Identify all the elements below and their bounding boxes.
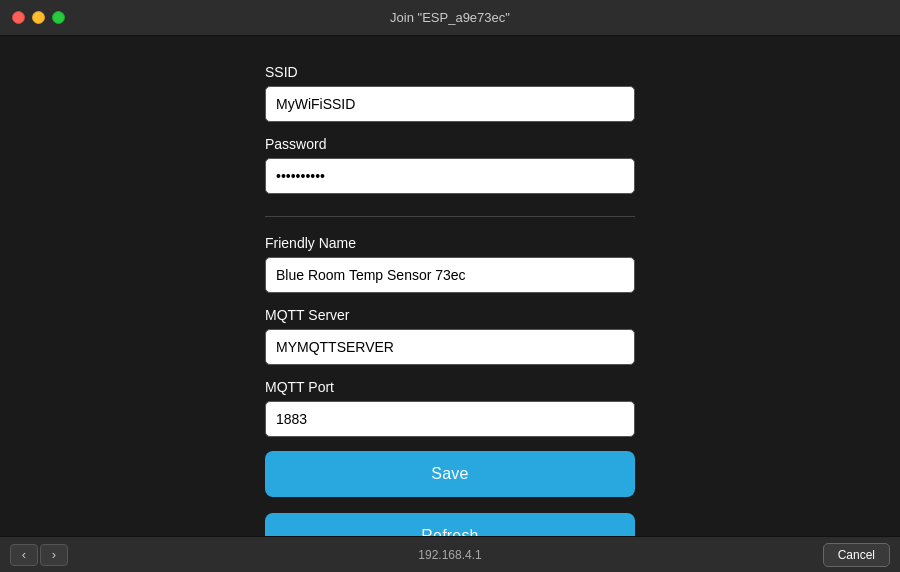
nav-buttons: ‹ › bbox=[10, 544, 68, 566]
main-content: SSID Password Friendly Name MQTT Server … bbox=[0, 36, 900, 536]
friendly-name-label: Friendly Name bbox=[265, 235, 635, 251]
status-bar: ‹ › 192.168.4.1 Cancel bbox=[0, 536, 900, 572]
minimize-button[interactable] bbox=[32, 11, 45, 24]
mqtt-server-input[interactable] bbox=[265, 329, 635, 365]
title-bar: Join "ESP_a9e73ec" bbox=[0, 0, 900, 36]
back-button[interactable]: ‹ bbox=[10, 544, 38, 566]
refresh-button[interactable]: Refresh bbox=[265, 513, 635, 536]
mqtt-port-label: MQTT Port bbox=[265, 379, 635, 395]
cancel-button[interactable]: Cancel bbox=[823, 543, 890, 567]
mqtt-port-input[interactable] bbox=[265, 401, 635, 437]
ssid-label: SSID bbox=[265, 64, 635, 80]
save-button[interactable]: Save bbox=[265, 451, 635, 497]
password-input[interactable] bbox=[265, 158, 635, 194]
ssid-input[interactable] bbox=[265, 86, 635, 122]
mqtt-server-label: MQTT Server bbox=[265, 307, 635, 323]
forward-button[interactable]: › bbox=[40, 544, 68, 566]
section-divider bbox=[265, 216, 635, 217]
window-title: Join "ESP_a9e73ec" bbox=[390, 10, 510, 25]
close-button[interactable] bbox=[12, 11, 25, 24]
window-controls bbox=[12, 11, 65, 24]
friendly-name-input[interactable] bbox=[265, 257, 635, 293]
ip-address: 192.168.4.1 bbox=[418, 548, 481, 562]
form-container: SSID Password Friendly Name MQTT Server … bbox=[265, 64, 635, 536]
password-label: Password bbox=[265, 136, 635, 152]
maximize-button[interactable] bbox=[52, 11, 65, 24]
